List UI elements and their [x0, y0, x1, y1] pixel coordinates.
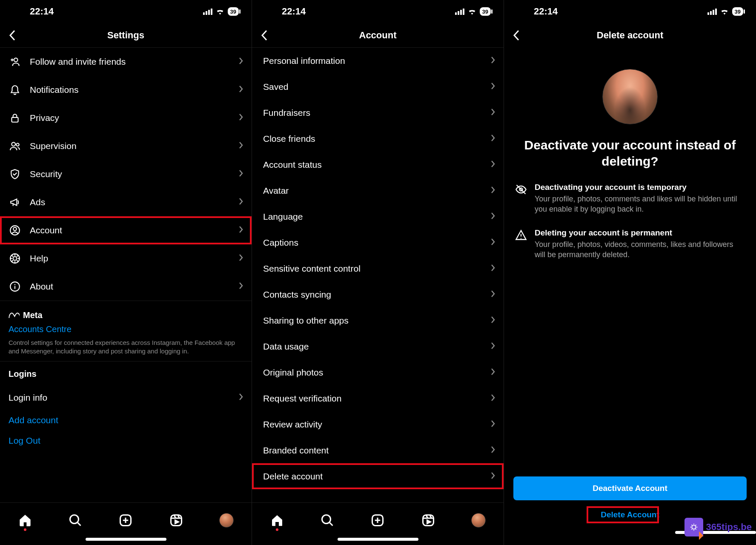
account-item-fundraisers[interactable]: Fundraisers [252, 100, 504, 126]
chevron-right-icon [491, 134, 495, 143]
back-button[interactable] [6, 29, 19, 42]
tab-profile[interactable] [219, 513, 234, 528]
settings-item-about[interactable]: About [0, 272, 252, 301]
row-label: Captions [261, 238, 482, 248]
info-title: Deleting your account is permanent [535, 228, 745, 238]
settings-item-account[interactable]: Account [0, 216, 252, 244]
avatar-icon [219, 513, 234, 528]
tab-search[interactable] [320, 513, 335, 528]
watermark-text: 365tips.be [706, 522, 752, 532]
chevron-right-icon [239, 57, 243, 66]
chevron-right-icon [491, 316, 495, 325]
chevron-right-icon [491, 368, 495, 377]
account-item-personal-information[interactable]: Personal information [252, 48, 504, 74]
page-title: Delete account [597, 30, 664, 41]
tab-create[interactable] [370, 513, 385, 528]
page-title: Settings [107, 30, 144, 41]
chevron-right-icon [239, 226, 243, 235]
meta-label: Meta [23, 310, 43, 320]
accounts-desc: Control settings for connected experienc… [9, 338, 243, 356]
row-label: Notifications [30, 85, 230, 95]
row-label: Account status [261, 160, 482, 170]
accounts-centre-link[interactable]: Accounts Centre [9, 324, 243, 334]
login-info-row[interactable]: Login info [0, 386, 252, 410]
logins-section: Logins [0, 361, 252, 386]
account-item-delete-account[interactable]: Delete account [252, 463, 504, 489]
account-item-original-photos[interactable]: Original photos [252, 359, 504, 385]
chevron-right-icon [239, 169, 243, 179]
row-label: Help [30, 253, 230, 264]
tab-search[interactable] [68, 513, 83, 528]
chevron-right-icon [239, 254, 243, 263]
row-label: Supervision [30, 141, 230, 151]
account-item-branded-content[interactable]: Branded content [252, 437, 504, 463]
chevron-right-icon [491, 472, 495, 481]
svg-point-7 [13, 257, 17, 261]
chevron-right-icon [491, 212, 495, 221]
settings-item-supervision[interactable]: Supervision [0, 132, 252, 160]
home-indicator[interactable] [86, 538, 166, 541]
account-item-account-status[interactable]: Account status [252, 152, 504, 178]
account-item-sharing-to-other-apps[interactable]: Sharing to other apps [252, 307, 504, 333]
row-label: Branded content [261, 445, 482, 456]
tab-profile[interactable] [471, 513, 486, 528]
wifi-icon [468, 8, 476, 15]
back-button[interactable] [258, 29, 271, 42]
tab-home[interactable] [18, 513, 32, 528]
account-item-language[interactable]: Language [252, 204, 504, 229]
settings-item-privacy[interactable]: Privacy [0, 104, 252, 132]
row-label: Delete account [261, 471, 482, 482]
help-icon [9, 252, 21, 265]
status-bar: 22:14 39 [504, 0, 756, 23]
settings-item-notifications[interactable]: Notifications [0, 76, 252, 104]
account-item-request-verification[interactable]: Request verification [252, 385, 504, 411]
row-label: Original photos [261, 367, 482, 378]
row-label: Request verification [261, 393, 482, 404]
settings-item-help[interactable]: Help [0, 244, 252, 272]
chevron-right-icon [239, 198, 243, 207]
highlight-box [587, 506, 659, 523]
account-item-close-friends[interactable]: Close friends [252, 126, 504, 152]
chevron-right-icon [239, 393, 243, 402]
svg-point-0 [14, 58, 18, 62]
add-account-link[interactable]: Add account [0, 410, 252, 431]
profile-avatar [602, 69, 658, 124]
back-button[interactable] [510, 29, 523, 42]
row-label: Fundraisers [261, 108, 482, 118]
chevron-right-icon [491, 238, 495, 247]
row-label: Security [30, 169, 230, 179]
row-label: Account [30, 225, 230, 235]
account-item-sensitive-content-control[interactable]: Sensitive content control [252, 255, 504, 281]
tab-home[interactable] [270, 513, 284, 528]
account-item-saved[interactable]: Saved [252, 74, 504, 100]
bell-icon [9, 83, 21, 96]
status-bar: 22:14 39 [252, 0, 504, 23]
settings-item-follow-invite[interactable]: Follow and invite friends [0, 48, 252, 76]
account-item-data-usage[interactable]: Data usage [252, 333, 504, 359]
account-item-captions[interactable]: Captions [252, 229, 504, 255]
row-label: Review activity [261, 419, 482, 430]
chevron-right-icon [239, 141, 243, 151]
settings-item-ads[interactable]: Ads [0, 188, 252, 216]
chevron-right-icon [491, 186, 495, 195]
account-item-avatar[interactable]: Avatar [252, 178, 504, 204]
home-indicator[interactable] [338, 538, 418, 541]
account-item-review-activity[interactable]: Review activity [252, 411, 504, 437]
svg-point-12 [322, 515, 331, 523]
chevron-right-icon [491, 82, 495, 92]
wifi-icon [720, 8, 729, 15]
deactivate-button[interactable]: Deactivate Account [513, 476, 747, 500]
tab-reels[interactable] [421, 513, 435, 528]
meta-section: Meta Accounts Centre Control settings fo… [0, 301, 252, 361]
log-out-link[interactable]: Log Out [0, 431, 252, 450]
button-label: Deactivate Account [593, 484, 667, 493]
chevron-right-icon [239, 282, 243, 291]
settings-item-security[interactable]: Security [0, 160, 252, 188]
wifi-icon [216, 8, 224, 15]
person-plus-icon [9, 55, 21, 68]
account-item-contacts-syncing[interactable]: Contacts syncing [252, 281, 504, 307]
tab-reels[interactable] [169, 513, 183, 528]
tab-create[interactable] [118, 513, 133, 528]
row-label: Sensitive content control [261, 264, 482, 274]
status-time: 22:14 [30, 6, 54, 17]
